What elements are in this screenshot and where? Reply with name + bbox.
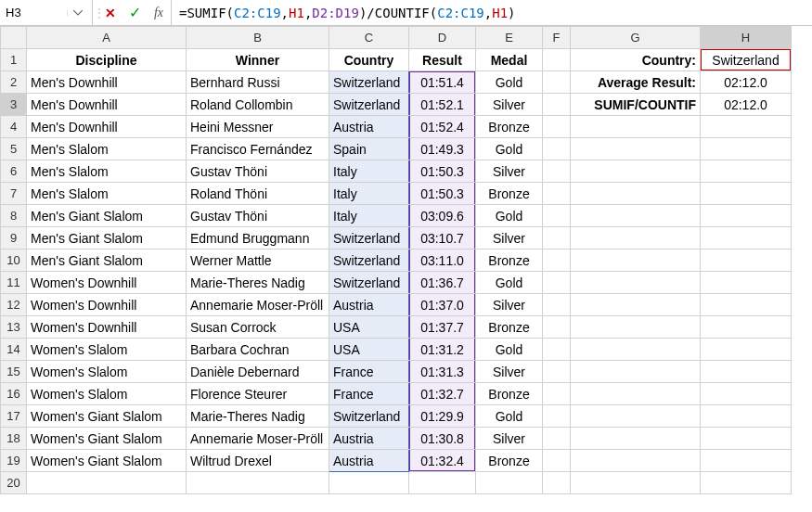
cell[interactable] bbox=[543, 272, 571, 294]
cell[interactable] bbox=[701, 428, 792, 450]
cell[interactable] bbox=[571, 361, 701, 383]
cell[interactable] bbox=[701, 472, 792, 494]
row-header[interactable]: 16 bbox=[1, 383, 27, 405]
cell-result[interactable]: 01:52.1 bbox=[409, 94, 476, 116]
cell[interactable] bbox=[543, 383, 571, 405]
cell-result[interactable]: 01:49.3 bbox=[409, 138, 476, 160]
row-header[interactable]: 10 bbox=[1, 250, 27, 272]
cell-medal[interactable]: Silver bbox=[476, 294, 543, 316]
cell-country[interactable]: Austria bbox=[329, 428, 409, 450]
cell-country[interactable]: Italy bbox=[329, 183, 409, 205]
grid[interactable]: A B C D E F G H 1 Discipline Winner Coun… bbox=[0, 26, 812, 512]
cell[interactable] bbox=[543, 339, 571, 361]
cell-winner[interactable]: Gustav Thöni bbox=[187, 205, 329, 227]
cell-medal[interactable]: Bronze bbox=[476, 450, 543, 472]
cell-result[interactable]: 01:32.4 bbox=[409, 450, 476, 472]
formula-input[interactable]: =SUMIF(C2:C19,H1,D2:D19)/COUNTIF(C2:C19,… bbox=[172, 0, 812, 25]
cell-country[interactable]: Spain bbox=[329, 138, 409, 160]
cell-discipline[interactable]: Men's Slalom bbox=[27, 138, 187, 160]
cell-country[interactable]: France bbox=[329, 383, 409, 405]
cell-result[interactable]: 01:52.4 bbox=[409, 116, 476, 138]
row-header[interactable]: 4 bbox=[1, 116, 27, 138]
cell-winner[interactable]: Danièle Debernard bbox=[187, 361, 329, 383]
cell[interactable] bbox=[701, 294, 792, 316]
cell-winner[interactable]: Susan Corrock bbox=[187, 316, 329, 339]
cell[interactable] bbox=[329, 472, 409, 494]
cancel-icon[interactable]: ✕ bbox=[98, 6, 122, 20]
cell[interactable] bbox=[543, 49, 571, 71]
row-header[interactable]: 2 bbox=[1, 71, 27, 94]
cell[interactable] bbox=[571, 183, 701, 205]
col-header-G[interactable]: G bbox=[571, 27, 701, 49]
cell-discipline[interactable]: Women's Downhill bbox=[27, 294, 187, 316]
cell-winner[interactable]: Annemarie Moser-Pröll bbox=[187, 294, 329, 316]
cell-country[interactable]: Switzerland bbox=[329, 94, 409, 116]
cell-winner[interactable]: Werner Mattle bbox=[187, 250, 329, 272]
cell[interactable] bbox=[571, 116, 701, 138]
cell-avg-label[interactable]: Average Result: bbox=[571, 71, 701, 94]
cell[interactable] bbox=[701, 227, 792, 250]
cell-winner[interactable]: Edmund Bruggmann bbox=[187, 227, 329, 250]
cell[interactable] bbox=[701, 116, 792, 138]
cell-medal[interactable]: Bronze bbox=[476, 116, 543, 138]
cell[interactable] bbox=[187, 472, 329, 494]
row-header[interactable]: 11 bbox=[1, 272, 27, 294]
row-header[interactable]: 7 bbox=[1, 183, 27, 205]
cell[interactable] bbox=[571, 316, 701, 339]
cell-country-value[interactable]: Switzerland bbox=[701, 49, 792, 71]
cell[interactable] bbox=[27, 472, 187, 494]
cell-sumif-value[interactable]: 02:12.0 bbox=[701, 94, 792, 116]
col-header-E[interactable]: E bbox=[476, 27, 543, 49]
cell-discipline[interactable]: Women's Giant Slalom bbox=[27, 450, 187, 472]
cell[interactable] bbox=[571, 227, 701, 250]
row-header[interactable]: 9 bbox=[1, 227, 27, 250]
cell[interactable] bbox=[701, 250, 792, 272]
cell[interactable] bbox=[543, 316, 571, 339]
cell-header[interactable]: Discipline bbox=[27, 49, 187, 71]
cell[interactable] bbox=[543, 250, 571, 272]
cell-country[interactable]: Austria bbox=[329, 294, 409, 316]
cell-medal[interactable]: Bronze bbox=[476, 316, 543, 339]
cell-country[interactable]: Italy bbox=[329, 205, 409, 227]
col-header-A[interactable]: A bbox=[27, 27, 187, 49]
cell-discipline[interactable]: Women's Downhill bbox=[27, 316, 187, 339]
cell[interactable] bbox=[543, 183, 571, 205]
cell[interactable] bbox=[571, 472, 701, 494]
cell-header[interactable]: Winner bbox=[187, 49, 329, 71]
cell-winner[interactable]: Annemarie Moser-Pröll bbox=[187, 428, 329, 450]
cell-result[interactable]: 01:50.3 bbox=[409, 183, 476, 205]
cell[interactable] bbox=[571, 272, 701, 294]
cell[interactable] bbox=[543, 294, 571, 316]
col-header-D[interactable]: D bbox=[409, 27, 476, 49]
cell-medal[interactable]: Gold bbox=[476, 71, 543, 94]
cell-winner[interactable]: Roland Collombin bbox=[187, 94, 329, 116]
cell-discipline[interactable]: Women's Giant Slalom bbox=[27, 428, 187, 450]
cell-winner[interactable]: Gustav Thöni bbox=[187, 160, 329, 183]
row-header[interactable]: 14 bbox=[1, 339, 27, 361]
cell-medal[interactable]: Bronze bbox=[476, 250, 543, 272]
cell-country[interactable]: Switzerland bbox=[329, 227, 409, 250]
cell-winner[interactable]: Florence Steurer bbox=[187, 383, 329, 405]
cell-medal[interactable]: Silver bbox=[476, 361, 543, 383]
cell[interactable] bbox=[543, 361, 571, 383]
cell-discipline[interactable]: Women's Slalom bbox=[27, 383, 187, 405]
cell-result[interactable]: 01:36.7 bbox=[409, 272, 476, 294]
row-header[interactable]: 19 bbox=[1, 450, 27, 472]
cell-discipline[interactable]: Men's Giant Slalom bbox=[27, 227, 187, 250]
row-header[interactable]: 18 bbox=[1, 428, 27, 450]
cell[interactable] bbox=[571, 205, 701, 227]
fx-icon[interactable]: fx bbox=[147, 6, 171, 20]
cell[interactable] bbox=[701, 138, 792, 160]
cell[interactable] bbox=[701, 205, 792, 227]
cell-result[interactable]: 01:37.7 bbox=[409, 316, 476, 339]
cell[interactable] bbox=[543, 428, 571, 450]
cell[interactable] bbox=[701, 272, 792, 294]
cell[interactable] bbox=[409, 472, 476, 494]
cell[interactable] bbox=[476, 472, 543, 494]
cell-result[interactable]: 03:10.7 bbox=[409, 227, 476, 250]
cell-discipline[interactable]: Women's Downhill bbox=[27, 272, 187, 294]
cell-discipline[interactable]: Men's Giant Slalom bbox=[27, 250, 187, 272]
col-header-F[interactable]: F bbox=[543, 27, 571, 49]
row-header[interactable]: 6 bbox=[1, 160, 27, 183]
cell-medal[interactable]: Gold bbox=[476, 272, 543, 294]
